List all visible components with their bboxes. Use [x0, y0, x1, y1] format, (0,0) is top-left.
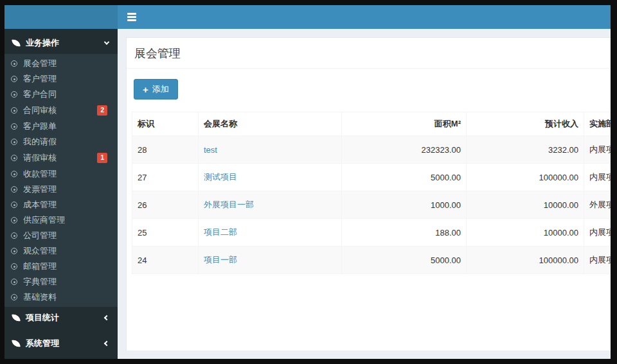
circle-icon [11, 123, 17, 130]
exhibitions-table: 标识 会展名称 面积M² 预计收入 实施部门 28 te [132, 112, 611, 274]
sidebar: 业务操作 展会管理 客户管理 客户合同 [4, 29, 118, 359]
sidebar-item-label: 供应商管理 [23, 216, 65, 225]
cell-id: 28 [132, 136, 199, 164]
exhibition-link[interactable]: 测试项目 [199, 164, 342, 191]
cell-id: 27 [132, 164, 199, 191]
sidebar-item-label: 成本管理 [23, 200, 57, 209]
circle-icon [11, 217, 17, 223]
leaf-icon [12, 339, 21, 348]
exhibition-link[interactable]: 外展项目一部 [199, 191, 342, 219]
exhibition-link[interactable]: 项目一部 [199, 247, 342, 274]
circle-icon [11, 248, 17, 254]
table-header-row: 标识 会展名称 面积M² 预计收入 实施部门 [132, 112, 611, 136]
circle-icon [11, 202, 17, 208]
leaf-icon [12, 39, 21, 48]
sidebar-item-mailbox-mgmt[interactable]: 邮箱管理 [4, 259, 118, 274]
sidebar-item-leave-review[interactable]: 请假审核 1 [4, 150, 118, 166]
top-navbar [118, 5, 611, 29]
cell-area: 188.00 [342, 219, 467, 247]
cell-income: 100000.00 [467, 164, 584, 191]
plus-icon: + [143, 86, 148, 93]
col-header-area: 面积M² [342, 112, 467, 136]
circle-icon [11, 60, 17, 67]
cell-income: 10000.00 [467, 191, 584, 219]
cell-id: 26 [132, 191, 199, 219]
sidebar-submenu: 展会管理 客户管理 客户合同 合同审核 2 [4, 54, 118, 307]
col-header-name: 会展名称 [199, 112, 342, 136]
add-button[interactable]: + 添加 [134, 79, 178, 100]
cell-department: 内展项目 [584, 247, 611, 274]
sidebar-item-dictionary-mgmt[interactable]: 字典管理 [4, 274, 118, 290]
sidebar-item-company-mgmt[interactable]: 公司管理 [4, 228, 118, 243]
table-row: 24 项目一部 5000.00 100000.00 内展项目 [132, 247, 611, 274]
count-badge: 2 [97, 105, 107, 116]
sidebar-item-label: 客户合同 [23, 90, 57, 99]
cell-department: 内展项目 [584, 136, 611, 164]
sidebar-item-invoice-mgmt[interactable]: 发票管理 [4, 182, 118, 197]
app-window: 业务操作 展会管理 客户管理 客户合同 [4, 5, 611, 359]
sidebar-section-project-stats[interactable]: 项目统计 [4, 307, 118, 329]
sidebar-item-label: 展会管理 [23, 59, 57, 68]
hamburger-icon[interactable] [125, 10, 139, 24]
chevron-left-icon [104, 341, 109, 346]
sidebar-item-label: 发票管理 [23, 185, 57, 194]
circle-icon [11, 279, 17, 285]
sidebar-item-label: 字典管理 [23, 277, 57, 286]
sidebar-item-label: 邮箱管理 [23, 262, 57, 271]
sidebar-item-customer-contract[interactable]: 客户合同 [4, 87, 118, 102]
sidebar-item-label: 观众管理 [23, 247, 57, 256]
cell-area: 1000.00 [342, 191, 467, 219]
table-row: 28 test 232323.00 3232.00 内展项目 [132, 136, 611, 164]
sidebar-item-my-leave[interactable]: 我的请假 [4, 134, 118, 150]
exhibition-link[interactable]: 项目二部 [199, 219, 342, 247]
sidebar-item-label: 公司管理 [23, 231, 57, 240]
cell-income: 100000.00 [467, 247, 584, 274]
cell-id: 24 [132, 247, 199, 274]
sidebar-item-exhibition-mgmt[interactable]: 展会管理 [4, 56, 118, 71]
exhibition-link[interactable]: test [199, 136, 342, 164]
sidebar-section-business-ops[interactable]: 业务操作 [4, 32, 118, 54]
circle-icon [11, 232, 17, 239]
sidebar-item-payment-mgmt[interactable]: 收款管理 [4, 166, 118, 182]
cell-department: 外展项目 [584, 191, 611, 219]
sidebar-item-label: 客户跟单 [23, 122, 57, 131]
sidebar-item-audience-mgmt[interactable]: 观众管理 [4, 243, 118, 259]
cell-income: 10000.00 [467, 219, 584, 247]
top-bar [4, 5, 611, 29]
col-header-id: 标识 [132, 112, 199, 136]
box-header: 展会管理 [127, 38, 611, 69]
cell-department: 内展项目 [584, 164, 611, 191]
sidebar-item-cost-mgmt[interactable]: 成本管理 [4, 197, 118, 212]
sidebar-item-label: 基础资料 [23, 293, 57, 302]
sidebar-item-label: 收款管理 [23, 169, 57, 178]
box-body: + 添加 标识 会展名称 面积M² [127, 69, 611, 279]
sidebar-item-label: 合同审核 [23, 106, 57, 115]
sidebar-item-customer-followup[interactable]: 客户跟单 [4, 119, 118, 134]
circle-icon [11, 91, 17, 98]
cell-income: 3232.00 [467, 136, 584, 164]
exhibition-box: 展会管理 + 添加 标识 [126, 37, 611, 351]
circle-icon [11, 107, 17, 114]
circle-icon [11, 294, 17, 300]
table-row: 25 项目二部 188.00 10000.00 内展项目 [132, 219, 611, 247]
col-header-income: 预计收入 [467, 112, 584, 136]
sidebar-section-label: 业务操作 [26, 37, 59, 49]
logo-area [4, 5, 118, 29]
sidebar-item-label: 我的请假 [23, 137, 57, 146]
sidebar-item-label: 客户管理 [23, 74, 57, 83]
sidebar-item-contract-review[interactable]: 合同审核 2 [4, 102, 118, 119]
circle-icon [11, 76, 17, 82]
col-header-department: 实施部门 [584, 112, 611, 136]
sidebar-item-customer-mgmt[interactable]: 客户管理 [4, 71, 118, 87]
sidebar-section-label: 系统管理 [26, 338, 59, 349]
table-row: 26 外展项目一部 1000.00 10000.00 外展项目 [132, 191, 611, 219]
count-badge: 1 [97, 153, 107, 163]
sidebar-section-system-mgmt[interactable]: 系统管理 [4, 333, 118, 354]
sidebar-item-label: 请假审核 [23, 153, 57, 162]
screenshot-frame: 业务操作 展会管理 客户管理 客户合同 [0, 0, 617, 364]
sidebar-item-basic-data[interactable]: 基础资料 [4, 290, 118, 305]
sidebar-item-supplier-mgmt[interactable]: 供应商管理 [4, 212, 118, 228]
cell-department: 内展项目 [584, 219, 611, 247]
cell-id: 25 [132, 219, 199, 247]
circle-icon [11, 139, 17, 145]
